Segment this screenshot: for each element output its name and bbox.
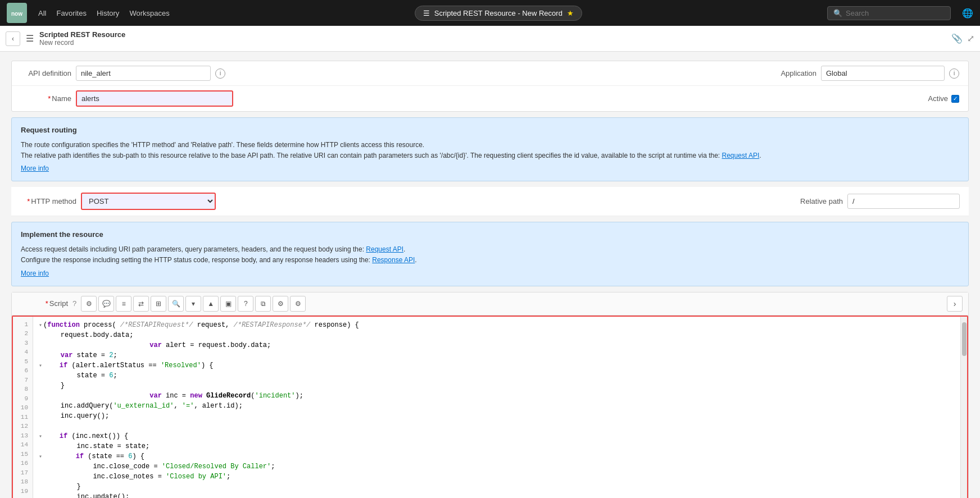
line-number-6: 6 [17, 366, 28, 376]
menu-icon: ☰ [423, 9, 430, 17]
request-routing-title: Request routing [21, 125, 959, 136]
code-line-1: ▾(function process( /*RESTAPIRequest*/ r… [39, 320, 955, 330]
http-method-select[interactable]: POST [81, 193, 216, 210]
response-api-link[interactable]: Response API [372, 256, 415, 264]
code-line-15: inc.close_code = 'Closed/Resolved By Cal… [39, 462, 955, 472]
implement-resource-title: Implement the resource [21, 229, 959, 241]
more-info-link-2[interactable]: More info [21, 268, 49, 279]
application-info-icon[interactable]: i [949, 68, 959, 79]
line-number-13: 13 [17, 431, 28, 441]
line-number-10: 10 [17, 403, 28, 413]
code-line-18: inc.update(); [39, 492, 955, 498]
active-checkbox[interactable]: ✓ [951, 95, 959, 103]
api-definition-info-icon[interactable]: i [215, 68, 225, 79]
line-number-16: 16 [17, 459, 28, 468]
code-editor[interactable]: 1234567891011121314151617181920212223 ▾(… [12, 316, 968, 498]
script-help-icon[interactable]: ? [72, 299, 76, 308]
attachment-icon[interactable]: 📎 [951, 33, 963, 44]
more-info-link-1[interactable]: More info [21, 163, 49, 174]
api-application-row: API definition i Application i [12, 61, 968, 86]
search-area[interactable]: 🔍 [827, 6, 951, 20]
toolbar-copy-btn[interactable]: ⧉ [255, 296, 271, 312]
nav-workspaces[interactable]: Workspaces [129, 9, 169, 17]
toolbar-align-btn[interactable]: ≡ [116, 296, 131, 312]
name-group: *Name [21, 90, 487, 107]
expand-editor-btn[interactable]: › [947, 296, 963, 312]
sidebar-toggle[interactable]: ☰ [26, 33, 34, 44]
center-title-area: ☰ Scripted REST Resource - New Record ★ [181, 6, 816, 21]
line-number-11: 11 [17, 413, 28, 422]
request-api-link-2[interactable]: Request API [366, 245, 403, 253]
script-toolbar: ⚙ 💬 ≡ ⇄ ⊞ 🔍 ▾ ▲ ▣ ? ⧉ ⚙ ⚙ [81, 296, 942, 312]
application-label: Application [766, 69, 816, 77]
api-definition-input[interactable] [76, 66, 211, 81]
implement-resource-info: Implement the resource Access request de… [11, 222, 969, 286]
breadcrumb-subtitle: New record [39, 39, 125, 47]
now-logo[interactable]: now [7, 3, 27, 23]
line-number-1: 1 [17, 320, 28, 330]
request-routing-desc1: The route configuration specifies the 'H… [21, 140, 959, 150]
expand-icon[interactable]: ⤢ [967, 33, 974, 44]
line-number-9: 9 [17, 394, 28, 404]
toolbar-settings2-btn[interactable]: ⚙ [273, 296, 288, 312]
favorite-star[interactable]: ★ [567, 9, 574, 17]
http-method-label: *HTTP method [20, 197, 76, 205]
code-line-5: ▾ if (alert.alertStatus == 'Resolved') { [39, 360, 955, 371]
toolbar-comment-btn[interactable]: 💬 [98, 296, 114, 312]
application-input[interactable] [821, 66, 945, 81]
scroll-bar[interactable] [960, 317, 967, 498]
relative-path-input[interactable] [847, 194, 960, 209]
nav-history[interactable]: History [97, 9, 119, 17]
toolbar-zoom-btn[interactable]: 🔍 [168, 296, 184, 312]
breadcrumb-title: Scripted REST Resource [39, 30, 125, 39]
search-input[interactable] [846, 9, 945, 17]
code-line-14: ▾ if (state == 6) { [39, 451, 955, 462]
code-line-6: state = 6; [39, 371, 955, 381]
code-line-8: var inc = new GlideRecord('incident'); [39, 391, 955, 401]
toolbar-format-btn[interactable]: ⚙ [81, 296, 97, 312]
line-number-14: 14 [17, 440, 28, 450]
title-pill: ☰ Scripted REST Resource - New Record ★ [415, 6, 582, 21]
svg-text:now: now [11, 11, 22, 17]
toolbar-frame-btn[interactable]: ▣ [220, 296, 236, 312]
code-line-2: request.body.data; [39, 330, 955, 340]
relative-path-group: Relative path [792, 194, 960, 209]
implement-desc2: Configure the response including setting… [21, 255, 959, 266]
code-line-4: var state = 2; [39, 350, 955, 360]
toolbar-settings3-btn[interactable]: ⚙ [290, 296, 306, 312]
toolbar-up-btn[interactable]: ▲ [203, 296, 219, 312]
code-line-10: inc.query(); [39, 411, 955, 421]
nav-all[interactable]: All [38, 9, 46, 17]
toolbar-dropdown1-btn[interactable]: ▾ [185, 296, 201, 312]
code-line-3: var alert = request.body.data; [39, 340, 955, 350]
header-icons: 📎 ⤢ [951, 33, 974, 44]
line-number-20: 20 [17, 496, 28, 498]
toolbar-search-replace-btn[interactable]: ⇄ [133, 296, 149, 312]
form-section: API definition i Application i *Name Act… [11, 61, 969, 112]
sub-header: ‹ ☰ Scripted REST Resource New record 📎 … [0, 26, 980, 52]
line-number-3: 3 [17, 339, 28, 348]
request-api-link-1[interactable]: Request API [722, 152, 760, 159]
code-content[interactable]: ▾(function process( /*RESTAPIRequest*/ r… [33, 317, 960, 498]
name-input[interactable] [76, 90, 233, 107]
toolbar-help-btn[interactable]: ? [238, 296, 253, 312]
toolbar-toggle-btn[interactable]: ⊞ [151, 296, 166, 312]
line-number-17: 17 [17, 468, 28, 478]
line-number-5: 5 [17, 357, 28, 367]
code-line-17: } [39, 482, 955, 492]
script-header: *Script ? ⚙ 💬 ≡ ⇄ ⊞ 🔍 ▾ ▲ ▣ ? ⧉ ⚙ ⚙ › [12, 293, 968, 316]
scroll-thumb[interactable] [962, 322, 967, 356]
back-button[interactable]: ‹ [6, 31, 20, 46]
implement-desc1: Access request details including URI pat… [21, 244, 959, 255]
routing-row: *HTTP method POST Relative path [11, 187, 969, 216]
line-number-12: 12 [17, 422, 28, 431]
globe-icon[interactable]: 🌐 [962, 8, 973, 19]
line-numbers: 1234567891011121314151617181920212223 [13, 317, 33, 498]
line-number-19: 19 [17, 487, 28, 496]
line-number-8: 8 [17, 385, 28, 394]
line-number-7: 7 [17, 376, 28, 385]
request-routing-info: Request routing The route configuration … [11, 117, 969, 181]
nav-arrows: ‹ [6, 31, 20, 46]
nav-favorites[interactable]: Favorites [56, 9, 86, 17]
application-group: Application i [493, 66, 959, 81]
